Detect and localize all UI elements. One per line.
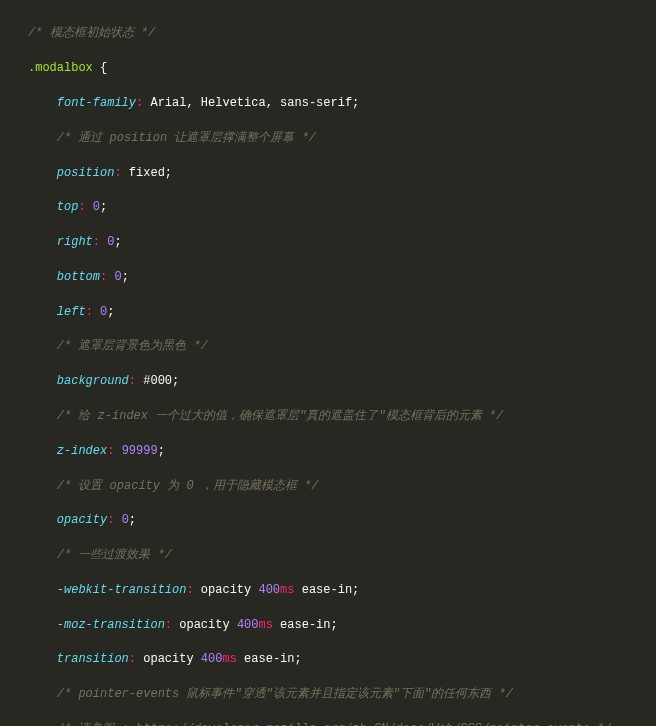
- comment: /* 一些过渡效果 */: [57, 548, 172, 562]
- property: -webkit-transition: [57, 583, 187, 597]
- value: 0: [93, 200, 100, 214]
- value: fixed: [129, 166, 165, 180]
- value: Arial: [150, 96, 186, 110]
- comment: */: [590, 722, 612, 726]
- brace: {: [93, 61, 107, 75]
- value: 99999: [122, 444, 158, 458]
- code-line: right: 0;: [28, 234, 646, 251]
- code-line: -moz-transition: opacity 400ms ease-in;: [28, 617, 646, 634]
- code-line: top: 0;: [28, 199, 646, 216]
- property: opacity: [57, 513, 107, 527]
- code-line: /* 通过 position 让遮罩层撑满整个屏幕 */: [28, 130, 646, 147]
- value: 0: [122, 513, 129, 527]
- value: 0: [114, 270, 121, 284]
- selector: .modalbox: [28, 61, 93, 75]
- code-line: /* 给 z-index 一个过大的值，确保遮罩层"真的遮盖住了"模态框背后的元…: [28, 408, 646, 425]
- property: transition: [57, 652, 129, 666]
- comment: /* 遮罩层背景色为黑色 */: [57, 339, 208, 353]
- code-line: .modalbox {: [28, 60, 646, 77]
- code-line: opacity: 0;: [28, 512, 646, 529]
- code-line: -webkit-transition: opacity 400ms ease-i…: [28, 582, 646, 599]
- mdn-link[interactable]: https://developer.mozilla.org/zh-CN/docs…: [136, 722, 590, 726]
- code-line: font-family: Arial, Helvetica, sans-seri…: [28, 95, 646, 112]
- comment: /* 给 z-index 一个过大的值，确保遮罩层"真的遮盖住了"模态框背后的元…: [57, 409, 503, 423]
- code-line: background: #000;: [28, 373, 646, 390]
- code-line: /* pointer-events 鼠标事件"穿透"该元素并且指定该元素"下面"…: [28, 686, 646, 703]
- comment: /* 设置 opacity 为 0 ，用于隐藏模态框 */: [57, 479, 319, 493]
- code-line: /* 遮罩层背景色为黑色 */: [28, 338, 646, 355]
- property: background: [57, 374, 129, 388]
- code-line: /* 一些过渡效果 */: [28, 547, 646, 564]
- property: left: [57, 305, 86, 319]
- value: Helvetica: [201, 96, 266, 110]
- code-line: left: 0;: [28, 304, 646, 321]
- property: font-family: [57, 96, 136, 110]
- property: z-index: [57, 444, 107, 458]
- property: top: [57, 200, 79, 214]
- property: -moz-transition: [57, 618, 165, 632]
- comment: /* 请参阅 :: [57, 722, 136, 726]
- property: right: [57, 235, 93, 249]
- code-line: z-index: 99999;: [28, 443, 646, 460]
- comment: /* pointer-events 鼠标事件"穿透"该元素并且指定该元素"下面"…: [57, 687, 513, 701]
- code-line: transition: opacity 400ms ease-in;: [28, 651, 646, 668]
- property: bottom: [57, 270, 100, 284]
- value: sans-serif: [280, 96, 352, 110]
- code-editor: /* 模态框初始状态 */ .modalbox { font-family: A…: [0, 0, 656, 726]
- comment: /* 通过 position 让遮罩层撑满整个屏幕 */: [57, 131, 316, 145]
- value: #000: [143, 374, 172, 388]
- property: position: [57, 166, 115, 180]
- code-line: bottom: 0;: [28, 269, 646, 286]
- code-line: /* 模态框初始状态 */: [28, 25, 646, 42]
- comment: /* 模态框初始状态 */: [28, 26, 155, 40]
- code-line: position: fixed;: [28, 165, 646, 182]
- code-line: /* 请参阅 : https://developer.mozilla.org/z…: [28, 721, 646, 726]
- code-line: /* 设置 opacity 为 0 ，用于隐藏模态框 */: [28, 478, 646, 495]
- colon: :: [136, 96, 143, 110]
